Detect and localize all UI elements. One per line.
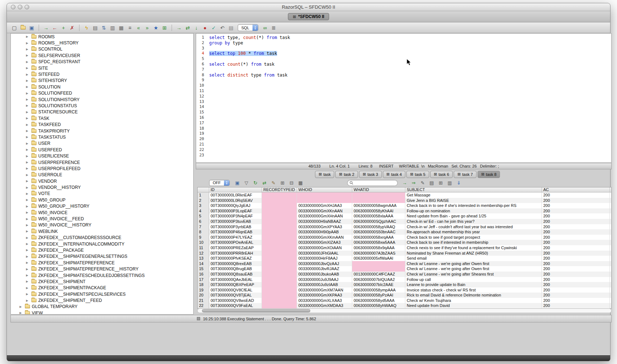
tree-item-rooms-history[interactable]: ▶ROOMS__HISTORY: [11, 40, 193, 46]
grid-cell[interactable]: 0033000000JbvRJAAZ: [297, 266, 352, 272]
row-number-cell[interactable]: 8: [198, 229, 209, 235]
tree-item-w50-invoice-history[interactable]: ▶W50_INVOICE__HISTORY: [11, 222, 193, 228]
table-row[interactable]: 200T3000000L0RqSEAVGive Jenn a BIG RAISE…: [198, 198, 611, 203]
disclosure-triangle-icon[interactable]: ▶: [20, 305, 23, 308]
grid-cell[interactable]: 00T3000000L0RqSEAV: [209, 198, 262, 203]
grid-cell[interactable]: 200: [542, 292, 610, 298]
row-number-cell[interactable]: 14: [198, 261, 209, 266]
close-tab-icon[interactable]: ⊠: [293, 14, 296, 19]
grid-cell[interactable]: 006300000058yhWAAQ: [352, 303, 405, 308]
view-row-icon[interactable]: ▤: [428, 179, 436, 186]
close-tab-icon[interactable]: ⊠: [363, 172, 366, 177]
table-row[interactable]: 300T3000000QiyJgEAJ0033000000GmXHJAA3006…: [198, 203, 611, 208]
disclosure-triangle-icon[interactable]: ▶: [26, 205, 30, 208]
results-tab-task-4[interactable]: ⊠task 4: [383, 171, 406, 178]
tree-item-vendor-history[interactable]: ▶VENDOR__HISTORY: [11, 184, 193, 190]
close-tab-icon[interactable]: ⊠: [319, 172, 322, 177]
grid-cell[interactable]: 0033000000JbvQzAAJ: [297, 261, 352, 266]
grid-cell[interactable]: 200: [542, 251, 610, 256]
tree-item-zkfedex-shipmatepreference-history[interactable]: ▶ZKFEDEX__SHIPMATEPREFERENCE__HISTORY: [11, 266, 193, 272]
filter-results-icon[interactable]: ▽: [242, 179, 250, 186]
table-row[interactable]: 1300T3000000PfvKSEAZ0033000000HirF8AAJ00…: [198, 256, 611, 261]
outdent-icon[interactable]: «: [135, 24, 142, 31]
results-tab-task[interactable]: ⊠task: [315, 171, 334, 178]
code-line[interactable]: [209, 78, 611, 83]
grid-cell[interactable]: 200: [542, 235, 610, 240]
table-row[interactable]: 700T3000000P3yrbEAB0033000000GmXPYAA3006…: [198, 224, 611, 230]
tree-item-userprofilefeed[interactable]: ▶USERPROFILEFEED: [11, 165, 193, 172]
table-row[interactable]: 1000T3000000POeAnEAL0033000000GmXIZAA300…: [198, 240, 611, 245]
disclosure-triangle-icon[interactable]: ▶: [26, 274, 30, 277]
grid-cell[interactable]: 200: [542, 261, 610, 266]
grid-cell[interactable]: [352, 261, 405, 266]
tree-item-userrole[interactable]: ▶USERROLE: [11, 172, 193, 178]
code-line[interactable]: [209, 115, 611, 121]
grid-cell[interactable]: 200: [542, 192, 610, 198]
grid-cell[interactable]: 00T3000000P3yrbEAB: [209, 224, 262, 230]
tree-item-rooms[interactable]: ▶ROOMS: [11, 34, 193, 40]
table-row[interactable]: 1100T3000000PREZaEAP0033000000GmXOiAAN00…: [198, 245, 611, 251]
disclosure-triangle-icon[interactable]: ▶: [26, 129, 30, 133]
table-row[interactable]: 100T3000000L0RknEAFGet Massage200: [198, 192, 611, 198]
grid-cell[interactable]: Send email: [405, 256, 542, 261]
column-header-id[interactable]: ID: [209, 187, 262, 192]
grid-cell[interactable]: [352, 266, 405, 272]
document-tab[interactable]: ⊠ *SFDCW50 II: [288, 13, 329, 20]
grid-cell[interactable]: 00T3000000QiyJgEAJ: [209, 203, 262, 208]
code-line[interactable]: [209, 67, 611, 73]
code-line[interactable]: [209, 142, 611, 147]
tree-item-userpreference[interactable]: ▶USERPREFERENCE: [11, 159, 193, 165]
grid-cell[interactable]: 00T3000000P3tuvEAB: [209, 219, 262, 224]
disclosure-triangle-icon[interactable]: ▶: [26, 186, 30, 189]
row-number-cell[interactable]: 17: [198, 277, 209, 282]
tree-item-sfdc-registrant[interactable]: ▶SFDC_REGISTRANT: [11, 59, 193, 65]
disclosure-triangle-icon[interactable]: ▶: [26, 255, 30, 258]
tree-item-zkfedex-internationalcommodity[interactable]: ▶ZKFEDEX__INTERNATIONALCOMMODITY: [11, 241, 193, 247]
grid-cell[interactable]: Rick to email David & reference Delmonte…: [405, 292, 542, 298]
favorites-icon[interactable]: ★: [152, 24, 160, 31]
table-row[interactable]: 1600T3000000Q8sauEAB0033000000JbukoAAB00…: [198, 272, 611, 277]
insert-row-icon[interactable]: ⊞: [279, 179, 286, 186]
tree-item-weblink[interactable]: ▶WEBLINK: [11, 228, 193, 234]
grid-cell[interactable]: 0033000000GmXKmAAN: [297, 235, 352, 240]
code-line[interactable]: select type, count(*) from task: [209, 35, 611, 40]
table-row[interactable]: 1400T3000000Q8rexEAB0033000000JbvQzAAJCh…: [198, 261, 611, 266]
grid-cell[interactable]: 0063000000S50bnAAC: [352, 229, 405, 235]
table-row[interactable]: 1900T3000000QV8CfEAL0033000000GmXM7AAN00…: [198, 287, 611, 293]
grid-cell[interactable]: 0063000000SQgzhAAC: [352, 219, 405, 224]
zoom-button[interactable]: [25, 5, 29, 9]
search-all-icon[interactable]: ⇒: [410, 179, 418, 186]
grid-cell[interactable]: [262, 235, 297, 240]
grid-cell[interactable]: 0033000000GmXHnAAN: [297, 213, 352, 219]
table-row[interactable]: 1500T3000000Q8rugEAB0033000000JbvRJAAZCh…: [198, 266, 611, 272]
grid-cell[interactable]: Need update from David: [405, 303, 542, 308]
table-row[interactable]: 400T3000000P3LopEAF0033000000GmXKnAAN006…: [198, 208, 611, 214]
grid-cell[interactable]: Follow-up on nomination: [405, 208, 542, 214]
tree-item-zkfedex-customaddresssource[interactable]: ▶ZKFEDEX__CUSTOMADDRESSSOURCE: [11, 235, 193, 241]
columns-icon[interactable]: ▦: [297, 179, 305, 186]
grid-cell[interactable]: 0033000000JFhGlAAL: [297, 251, 352, 256]
code-line[interactable]: [209, 104, 611, 110]
results-tab-task-7[interactable]: ⊠task 7: [454, 171, 476, 178]
row-number-cell[interactable]: 15: [198, 266, 209, 272]
tree-item-solutionhistory[interactable]: ▶SOLUTIONHISTORY: [11, 96, 193, 103]
row-number-cell[interactable]: 16: [198, 272, 209, 277]
grid-cell[interactable]: 0033000000GmXM7AAN: [297, 287, 352, 293]
disclosure-triangle-icon[interactable]: ▶: [26, 211, 30, 214]
grid-cell[interactable]: [262, 198, 297, 203]
grid-cell[interactable]: 0033000000H9i0pAAB: [297, 229, 352, 235]
tree-item-vendor[interactable]: ▶VENDOR: [11, 178, 193, 184]
grid-cell[interactable]: 006300000058yKhAAI: [352, 208, 405, 214]
row-number-cell[interactable]: 11: [198, 245, 209, 251]
row-number-cell[interactable]: 6: [198, 219, 209, 224]
table-row[interactable]: 500T3000000P3N4pEAF0033000000GmXHnAAN006…: [198, 213, 611, 219]
grid-cell[interactable]: 200: [542, 287, 610, 293]
tree-item-w50-invoice[interactable]: ▶W50_INVOICE: [11, 209, 193, 216]
run-query-icon[interactable]: →: [175, 24, 183, 31]
stop-icon[interactable]: ●: [201, 24, 209, 31]
disclosure-triangle-icon[interactable]: ▶: [26, 261, 30, 264]
history-icon[interactable]: ▤: [227, 24, 235, 31]
grid-cell[interactable]: [262, 287, 297, 293]
code-line[interactable]: [209, 131, 611, 136]
disclosure-triangle-icon[interactable]: ▶: [26, 48, 30, 51]
